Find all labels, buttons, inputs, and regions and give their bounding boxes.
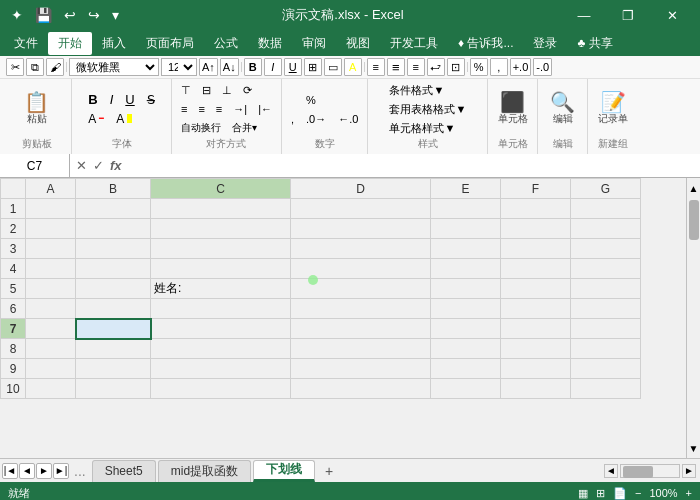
col-header-c[interactable]: C	[151, 179, 291, 199]
col-header-e[interactable]: E	[431, 179, 501, 199]
cut-btn[interactable]: ✂	[6, 58, 24, 76]
sheet-tab-1[interactable]: mid提取函数	[158, 460, 251, 482]
bold-btn[interactable]: B	[244, 58, 262, 76]
cell-3-1[interactable]	[26, 239, 76, 259]
cell-3-4[interactable]	[291, 239, 431, 259]
border-btn[interactable]: ⊞	[304, 58, 322, 76]
cell-6-3[interactable]	[151, 299, 291, 319]
row-header-5[interactable]: 5	[1, 279, 26, 299]
add-sheet-btn[interactable]: +	[319, 461, 339, 481]
font-name-select[interactable]: 微软雅黑	[69, 58, 159, 76]
menu-developer[interactable]: 开发工具	[380, 32, 448, 55]
cell-7-3[interactable]	[151, 319, 291, 339]
font-size-increase-btn[interactable]: A↑	[199, 58, 218, 76]
italic-btn[interactable]: I	[264, 58, 282, 76]
cell-7-4[interactable]	[291, 319, 431, 339]
minimize-btn[interactable]: —	[564, 4, 604, 26]
align-right-btn[interactable]: ≡	[407, 58, 425, 76]
row-header-10[interactable]: 10	[1, 379, 26, 399]
bottom-align-btn[interactable]: ⊥	[217, 81, 237, 99]
col-header-d[interactable]: D	[291, 179, 431, 199]
normal-view-btn[interactable]: ▦	[578, 487, 588, 500]
cell-10-4[interactable]	[291, 379, 431, 399]
italic-large-btn[interactable]: I	[105, 91, 119, 109]
tab-prev-btn[interactable]: ◄	[19, 463, 35, 479]
cell-1-4[interactable]	[291, 199, 431, 219]
scroll-down-btn[interactable]: ▼	[687, 438, 701, 458]
table-style-btn[interactable]: 套用表格格式▼	[384, 100, 471, 118]
cell-5-2[interactable]	[76, 279, 151, 299]
cell-10-5[interactable]	[431, 379, 501, 399]
vertical-scrollbar[interactable]: ▲ ▼	[686, 178, 700, 458]
cell-9-4[interactable]	[291, 359, 431, 379]
cell-5-5[interactable]	[431, 279, 501, 299]
cell-2-1[interactable]	[26, 219, 76, 239]
menu-page-layout[interactable]: 页面布局	[136, 32, 204, 55]
zoom-in-btn[interactable]: +	[686, 487, 692, 499]
format-painter-btn[interactable]: 🖌	[46, 58, 64, 76]
wrap-large-btn[interactable]: 自动换行	[176, 119, 226, 137]
strikethrough-large-btn[interactable]: S̶	[142, 91, 160, 109]
top-align-btn[interactable]: ⊤	[176, 81, 196, 99]
row-header-3[interactable]: 3	[1, 239, 26, 259]
cell-8-1[interactable]	[26, 339, 76, 359]
sheet-scroll[interactable]: A B C D E F G 12345姓名:678910	[0, 178, 686, 458]
cell-1-1[interactable]	[26, 199, 76, 219]
align-center-btn[interactable]: ≡	[387, 58, 405, 76]
cell-7-5[interactable]	[431, 319, 501, 339]
menu-view[interactable]: 视图	[336, 32, 380, 55]
h-scroll-thumb[interactable]	[623, 466, 653, 478]
scroll-right-btn[interactable]: ►	[682, 464, 696, 478]
font-size-select[interactable]: 12	[161, 58, 197, 76]
cell-5-6[interactable]	[501, 279, 571, 299]
cell-1-3[interactable]	[151, 199, 291, 219]
cell-10-3[interactable]	[151, 379, 291, 399]
menu-share[interactable]: ♣ 共享	[567, 32, 622, 55]
row-header-7[interactable]: 7	[1, 319, 26, 339]
comma-large-btn[interactable]: ,	[286, 110, 299, 128]
cell-4-4[interactable]	[291, 259, 431, 279]
cell-4-5[interactable]	[431, 259, 501, 279]
inc-decimal-large-btn[interactable]: .0→	[301, 110, 331, 128]
sheet-tab-0[interactable]: Sheet5	[92, 460, 156, 482]
cell-2-6[interactable]	[501, 219, 571, 239]
tab-last-btn[interactable]: ►|	[53, 463, 69, 479]
cell-6-2[interactable]	[76, 299, 151, 319]
underline-btn[interactable]: U	[284, 58, 302, 76]
cell-btn[interactable]: ⬛ 单元格	[494, 89, 532, 129]
number-format-large-btn[interactable]: %	[286, 91, 336, 109]
indent-left-btn[interactable]: →|	[228, 100, 252, 118]
copy-btn[interactable]: ⧉	[26, 58, 44, 76]
cell-3-2[interactable]	[76, 239, 151, 259]
cell-8-4[interactable]	[291, 339, 431, 359]
row-header-2[interactable]: 2	[1, 219, 26, 239]
scroll-left-btn[interactable]: ◄	[604, 464, 618, 478]
cell-9-6[interactable]	[501, 359, 571, 379]
cell-5-4[interactable]	[291, 279, 431, 299]
confirm-formula-btn[interactable]: ✓	[91, 158, 106, 173]
middle-align-btn[interactable]: ⊟	[197, 81, 216, 99]
menu-data[interactable]: 数据	[248, 32, 292, 55]
edit-btn[interactable]: 🔍 编辑	[546, 89, 579, 129]
cell-8-5[interactable]	[431, 339, 501, 359]
number-format-btn[interactable]: %	[470, 58, 488, 76]
redo-quick-btn[interactable]: ↪	[85, 5, 103, 25]
fill-color-btn[interactable]: ▭	[324, 58, 342, 76]
formula-input[interactable]	[128, 159, 700, 173]
cell-2-2[interactable]	[76, 219, 151, 239]
cell-5-1[interactable]	[26, 279, 76, 299]
merge-large-btn[interactable]: 合并▾	[227, 119, 262, 137]
close-btn[interactable]: ✕	[652, 4, 692, 26]
cell-10-6[interactable]	[501, 379, 571, 399]
cell-4-6[interactable]	[501, 259, 571, 279]
menu-help[interactable]: ♦ 告诉我...	[448, 32, 523, 55]
cell-3-5[interactable]	[431, 239, 501, 259]
customize-quick-btn[interactable]: ▾	[109, 5, 122, 25]
cell-9-3[interactable]	[151, 359, 291, 379]
cell-9-1[interactable]	[26, 359, 76, 379]
zoom-out-btn[interactable]: −	[635, 487, 641, 499]
cell-5-7[interactable]	[571, 279, 641, 299]
save-quick-btn[interactable]: 💾	[32, 5, 55, 25]
row-header-4[interactable]: 4	[1, 259, 26, 279]
cell-10-2[interactable]	[76, 379, 151, 399]
